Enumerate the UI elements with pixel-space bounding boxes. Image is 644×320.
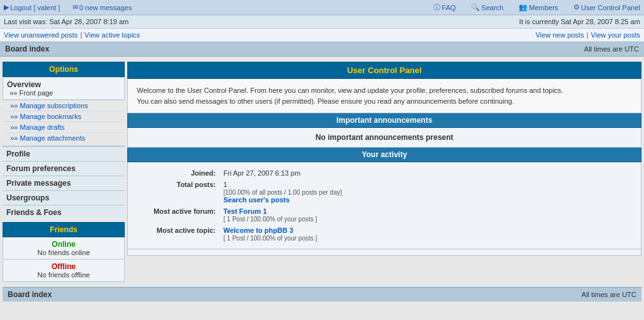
search-link[interactable]: 🔍 Search [471,3,503,11]
right-panel: User Control Panel Welcome to the User C… [127,62,641,282]
messages-link[interactable]: ✉ 0 new messages [73,3,132,11]
active-topic-cell: Welcome to phpBB 3 [ 1 Post / 100.00% of… [220,225,638,244]
no-friends-online: No friends online [3,249,124,259]
active-forum-stats: [ 1 Post / 100.00% of your posts ] [223,216,317,223]
usergroups-link[interactable]: Usergroups [3,190,125,205]
bottom-board-index-timezone: All times are UTC [582,291,636,298]
online-label: Online [3,237,124,249]
your-posts-link[interactable]: View your posts [591,31,640,39]
front-page-label: »» Front page [7,89,120,97]
private-messages-link[interactable]: Private messages [3,176,125,190]
ucp-welcome-body: Welcome to the User Control Panel. From … [127,79,641,113]
active-topics-link[interactable]: View active topics [85,31,140,39]
nav-bar: View unanswered posts | View active topi… [0,29,644,42]
manage-subscriptions-link[interactable]: »» Manage subscriptions [3,100,125,111]
faq-link[interactable]: ⓘ FAQ [433,3,456,12]
members-link[interactable]: 👥 Members [519,3,558,11]
board-index-timezone: All times are UTC [584,45,639,53]
nav-bar-left: View unanswered posts | View active topi… [4,31,140,39]
search-icon: 🔍 [471,3,480,11]
joined-value: Fri Apr 27, 2007 6:13 pm [220,167,638,179]
total-posts-label: Total posts: [130,179,220,205]
friends-header: Friends [3,222,125,237]
activity-header: Your activity [127,148,641,162]
offline-label: Offline [3,260,124,271]
profile-link[interactable]: Profile [3,146,125,161]
nav-sep-2: | [587,31,589,39]
members-icon: 👥 [519,3,528,11]
ucp-icon: ⚙ [573,3,580,11]
logout-icon: ▶ [4,3,9,11]
activity-body: Joined: Fri Apr 27, 2007 6:13 pm Total p… [127,162,641,249]
no-announcements: No important announcements present [127,128,641,148]
top-bar-right: ⓘ FAQ 🔍 Search 👥 Members ⚙ User Control … [433,3,640,12]
info-bar: Last visit was: Sat Apr 28, 2007 8:19 am… [0,15,644,29]
bottom-board-index-label: Board index [8,290,52,299]
friends-section: Online No friends online Offline No frie… [3,237,125,282]
bottom-spacer [127,249,641,256]
board-index-label: Board index [5,45,49,53]
active-forum-row: Most active forum: Test Forum 1 [ 1 Post… [130,205,638,225]
nav-bar-right: View new posts | View your posts [535,31,640,39]
announcements-header: Important announcements [127,113,641,128]
messages-label: 0 new messages [80,4,132,11]
active-topic-stats: [ 1 Post / 100.00% of your posts ] [223,235,317,242]
nav-sep-1: | [80,31,82,39]
messages-icon: ✉ [73,3,78,11]
options-header: Options [3,62,125,77]
board-index-bar: Board index All times are UTC [0,42,644,57]
total-posts-row: Total posts: 1 [100.00% of all posts / 1… [130,179,638,205]
active-forum-label: Most active forum: [130,205,220,225]
search-posts-link[interactable]: Search user's posts [223,196,290,204]
manage-bookmarks-link[interactable]: »» Manage bookmarks [3,111,125,122]
posts-stats: [100.00% of all posts / 1.00 posts per d… [223,189,342,196]
sidebar: Options Overview »» Front page »» Manage… [3,62,125,282]
overview-title: Overview [7,80,120,89]
separator [65,3,67,12]
faq-icon: ⓘ [433,3,440,12]
manage-drafts-link[interactable]: »» Manage drafts [3,122,125,132]
joined-row: Joined: Fri Apr 27, 2007 6:13 pm [130,167,638,179]
active-topic-row: Most active topic: Welcome to phpBB 3 [ … [130,225,638,244]
active-topic-link[interactable]: Welcome to phpBB 3 [223,226,293,234]
current-time: It is currently Sat Apr 28, 2007 8:25 am [519,18,640,25]
friends-foes-link[interactable]: Friends & Foes [3,205,125,219]
welcome-text2: You can also send messages to other user… [137,97,514,105]
unanswered-posts-link[interactable]: View unanswered posts [4,31,78,39]
welcome-text: Welcome to the User Control Panel. From … [137,87,563,94]
no-friends-offline: No friends offline [3,271,124,281]
logout-label: Logout [ valent ] [10,4,60,11]
ucp-link[interactable]: ⚙ User Control Panel [573,3,640,11]
new-posts-link[interactable]: View new posts [535,31,584,39]
active-forum-link[interactable]: Test Forum 1 [223,207,267,215]
forum-preferences-link[interactable]: Forum preferences [3,161,125,176]
total-posts-cell: 1 [100.00% of all posts / 1.00 posts per… [220,179,638,205]
total-posts-value: 1 [223,181,227,188]
top-bar-left: ▶ Logout [ valent ] ✉ 0 new messages [4,3,132,12]
logout-link[interactable]: ▶ Logout [ valent ] [4,3,60,11]
active-topic-label: Most active topic: [130,225,220,244]
ucp-panel-header: User Control Panel [127,62,641,79]
last-visit: Last visit was: Sat Apr 28, 2007 8:19 am [4,18,129,25]
sidebar-overview: Overview »» Front page [3,77,125,100]
manage-attachments-link[interactable]: »» Manage attachments [3,132,125,143]
activity-table: Joined: Fri Apr 27, 2007 6:13 pm Total p… [130,167,638,244]
active-forum-cell: Test Forum 1 [ 1 Post / 100.00% of your … [220,205,638,225]
bottom-board-index-bar: Board index All times are UTC [3,287,641,302]
main-content: Options Overview »» Front page »» Manage… [3,62,641,282]
joined-label: Joined: [130,167,220,179]
top-bar: ▶ Logout [ valent ] ✉ 0 new messages ⓘ F… [0,0,644,15]
